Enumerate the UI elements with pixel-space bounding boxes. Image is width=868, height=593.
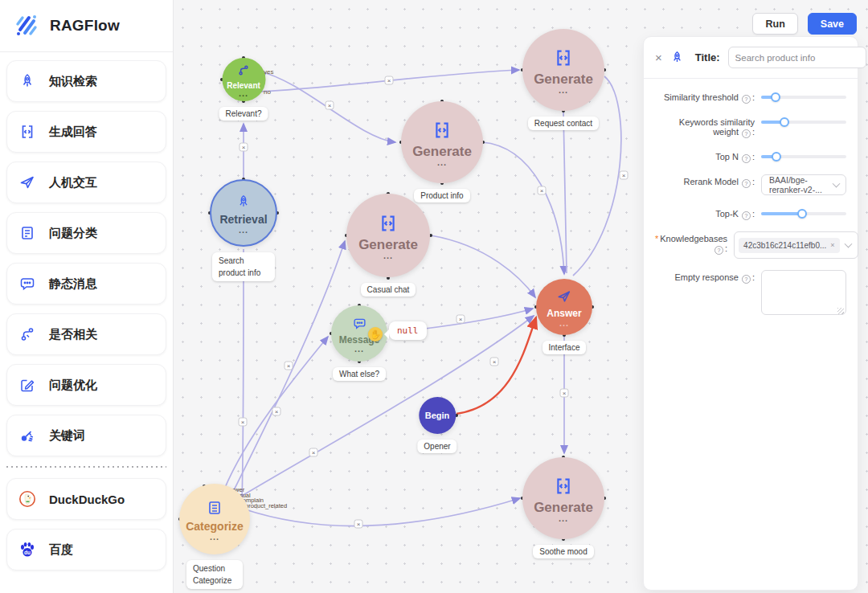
node-generate-product-info[interactable]: Generate ... Product info [401, 101, 483, 202]
sidebar-item-retrieval[interactable]: 知识检索 [6, 60, 166, 102]
node-caption: Opener [417, 440, 457, 453]
sidebar-item-generate[interactable]: 生成回答 [6, 111, 166, 153]
flow-canvas[interactable]: × × × × × × × × × × × × × yes no answer … [174, 0, 868, 593]
resize-handle[interactable] [837, 308, 844, 314]
knowledgebases-select[interactable]: 42c3b16c214c11efb0... × [734, 231, 858, 259]
required-mark: * [655, 234, 658, 243]
field-top-n: Top N?: [655, 149, 846, 163]
port-label-product-related: product_related [245, 502, 287, 509]
canvas-toolbar: Run Save [752, 13, 857, 35]
sidebar-item-baidu[interactable]: du 百度 [6, 529, 166, 571]
node-message[interactable]: Message ... What else? [331, 305, 387, 381]
info-icon: ? [742, 95, 751, 104]
sidebar-item-label: 关键词 [49, 428, 85, 444]
send-icon [18, 174, 36, 191]
node-generate-casual-chat[interactable]: Generate ... Casual chat [346, 194, 430, 296]
top-k-slider[interactable] [761, 212, 846, 215]
send-icon [557, 289, 571, 307]
field-knowledgebases: *Knowledgebases?: 42c3b16c214c11efb0... … [655, 231, 846, 259]
node-answer[interactable]: Answer ... Interface [536, 279, 592, 354]
edge-delete-icon[interactable]: × [620, 171, 628, 180]
rerank-model-select[interactable]: BAAI/bge-reranker-v2-... [761, 174, 846, 195]
node-caption: Question Categorize [186, 560, 243, 589]
slider-thumb[interactable] [780, 117, 789, 127]
edge-delete-icon[interactable]: × [326, 101, 334, 110]
edge-delete-icon[interactable]: × [490, 358, 499, 366]
node-generate-soothe-mood[interactable]: Generate ... Soothe mood [522, 457, 604, 558]
sidebar-item-label: 百度 [49, 542, 73, 558]
field-rerank-model: Rerank Model?: BAAI/bge-reranker-v2-... [655, 174, 846, 195]
sidebar-item-message[interactable]: 静态消息 [6, 263, 166, 305]
sidebar-item-label: 知识检索 [49, 74, 97, 89]
close-icon[interactable]: × [655, 51, 662, 63]
rocket-icon [670, 51, 684, 64]
branch-icon [238, 64, 250, 80]
edge-delete-icon[interactable]: × [272, 407, 281, 416]
generate-icon [432, 121, 452, 143]
generate-icon [554, 48, 573, 71]
baidu-icon: du [18, 541, 36, 558]
title-input[interactable] [728, 47, 866, 68]
message-icon [18, 275, 36, 292]
node-caption: Relevant? [219, 107, 268, 121]
sidebar-item-label: 问题优化 [49, 378, 97, 393]
sidebar-item-label: 生成回答 [49, 125, 97, 140]
chevron-down-icon [833, 180, 841, 188]
node-caption: Interface [542, 341, 587, 354]
node-generate-request-contact[interactable]: Generate ... Request contact [522, 29, 604, 130]
categorize-icon [207, 500, 223, 519]
edit-icon [18, 376, 36, 394]
sidebar-item-categorize[interactable]: 问题分类 [6, 212, 166, 254]
node-caption: Casual chat [361, 283, 416, 296]
ragflow-app: RAGFlow 知识检索 [0, 0, 868, 593]
dotted-divider [6, 465, 166, 468]
edge-delete-icon[interactable]: × [354, 520, 363, 529]
edge-delete-icon[interactable]: × [285, 362, 293, 370]
top-n-slider[interactable] [761, 155, 846, 158]
edge-delete-icon[interactable]: × [560, 389, 569, 398]
node-relevant[interactable]: Relevant ... Relevant? [219, 58, 268, 121]
edge-delete-icon[interactable]: × [309, 448, 318, 457]
sidebar-item-keyword[interactable]: 关键词 [6, 415, 166, 456]
rocket-icon [18, 72, 36, 90]
categorize-icon [18, 224, 36, 242]
edge-delete-icon[interactable]: × [538, 186, 547, 195]
chevron-down-icon [844, 240, 852, 248]
generate-icon [379, 214, 398, 236]
slider-thumb[interactable] [772, 152, 781, 162]
info-icon: ? [742, 211, 751, 220]
edge-delete-icon[interactable]: × [240, 143, 248, 152]
node-begin[interactable]: Begin Opener [417, 397, 457, 453]
remove-tag-icon[interactable]: × [830, 241, 834, 249]
node-retrieval[interactable]: Retrieval ... Search product info [210, 179, 277, 281]
sidebar-item-refine[interactable]: 问题优化 [6, 364, 166, 406]
generate-icon [554, 476, 573, 499]
brand-name: RAGFlow [50, 17, 120, 35]
field-keywords-similarity-weight: Keywords similarity weight?: [655, 115, 846, 138]
save-button[interactable]: Save [808, 13, 857, 35]
empty-response-textarea[interactable] [761, 270, 846, 315]
hand-cursor-icon: ✋ [368, 327, 383, 341]
keywords-similarity-weight-slider[interactable] [761, 121, 846, 124]
edge-delete-icon[interactable]: × [385, 76, 394, 85]
edge-delete-icon[interactable]: × [239, 418, 248, 427]
slider-thumb[interactable] [771, 92, 780, 102]
slider-thumb[interactable] [797, 209, 807, 219]
node-caption: Soothe mood [533, 545, 594, 558]
sidebar-item-duckduckgo[interactable]: DuckDuckGo [6, 478, 166, 520]
rocket-icon [236, 194, 251, 212]
similarity-threshold-slider[interactable] [761, 96, 846, 99]
info-icon: ? [714, 246, 723, 255]
sidebar-item-interact[interactable]: 人机交互 [6, 162, 166, 203]
node-categorize[interactable]: Categorize ... Question Categorize [179, 484, 250, 589]
sidebar-item-label: 静态消息 [49, 276, 97, 292]
sidebar-item-relevant[interactable]: 是否相关 [6, 313, 166, 355]
edge-delete-icon[interactable]: × [457, 315, 465, 324]
knowledgebase-tag: 42c3b16c214c11efb0... × [739, 238, 840, 253]
sidebar-item-label: 问题分类 [49, 226, 97, 241]
info-icon: ? [742, 129, 751, 138]
svg-text:du: du [24, 550, 31, 555]
message-icon [353, 317, 366, 333]
ragflow-logo-icon [13, 12, 40, 39]
run-button[interactable]: Run [752, 13, 797, 35]
